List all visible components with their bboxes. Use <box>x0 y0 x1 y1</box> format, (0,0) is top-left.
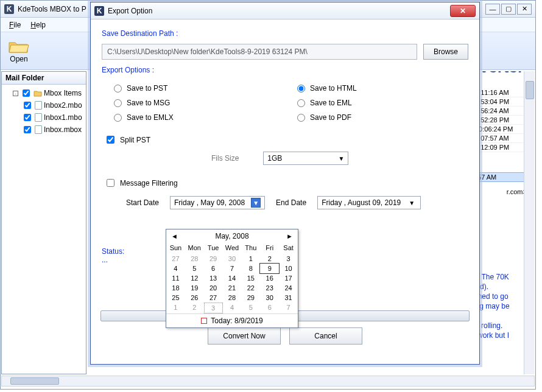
radio-msg[interactable]: Save to MSG <box>114 99 273 107</box>
tree-item-label: Inbox.mbox <box>44 125 82 134</box>
scroll-thumb[interactable] <box>10 377 59 385</box>
calendar-day[interactable]: 24 <box>279 283 298 293</box>
calendar-today-link[interactable]: Today: 8/9/2019 <box>166 313 298 327</box>
calendar-day[interactable]: 30 <box>223 254 242 264</box>
calendar-day[interactable]: 5 <box>241 303 260 313</box>
calendar-day[interactable]: 15 <box>241 273 260 283</box>
mail-row[interactable]: 8:12:09 PM <box>474 143 529 152</box>
horizontal-scrollbar[interactable] <box>1 376 535 387</box>
calendar-day[interactable]: 17 <box>279 273 298 283</box>
calendar-day[interactable]: 30 <box>260 293 279 303</box>
calendar-day[interactable]: 29 <box>241 293 260 303</box>
tree-root[interactable]: - Mbox Items <box>4 87 83 99</box>
calendar-dow: Sun <box>166 243 185 254</box>
radio-pdf[interactable]: Save to PDF <box>297 113 456 122</box>
open-button[interactable]: Open <box>8 39 30 63</box>
destination-path-input[interactable] <box>102 44 417 60</box>
tree-collapse-icon[interactable]: - <box>13 91 18 96</box>
mail-row[interactable]: 7:53:04 PM <box>474 97 529 107</box>
split-pst-input[interactable] <box>107 136 114 144</box>
end-date-picker[interactable]: Friday , August 09, 2019 ▼ <box>317 196 421 209</box>
scroll-thumb[interactable] <box>526 81 534 99</box>
menu-file[interactable]: File <box>5 19 24 30</box>
calendar-day[interactable]: 16 <box>260 273 279 283</box>
calendar-month-label[interactable]: May, 2008 <box>215 232 248 240</box>
cancel-button[interactable]: Cancel <box>289 327 362 345</box>
calendar-day[interactable]: 4 <box>166 264 185 273</box>
calendar-next-month[interactable]: ► <box>286 233 293 240</box>
calendar-day[interactable]: 20 <box>204 283 223 293</box>
main-minimize-button[interactable]: — <box>485 4 500 15</box>
mail-row[interactable]: 2:07:57 AM <box>474 134 529 143</box>
tree-item-checkbox[interactable] <box>24 114 31 121</box>
calendar-day[interactable]: 23 <box>260 283 279 293</box>
calendar-day[interactable]: 1 <box>241 254 260 264</box>
calendar-day[interactable]: 28 <box>223 293 242 303</box>
calendar-day[interactable]: 31 <box>279 293 298 303</box>
dialog-title-bar[interactable]: K Export Option ✕ <box>91 2 479 19</box>
tree-item-checkbox[interactable] <box>24 102 31 109</box>
message-filtering-label: Message Filtering <box>120 179 178 187</box>
calendar-day[interactable]: 1 <box>166 303 185 313</box>
browse-button[interactable]: Browse <box>423 44 468 60</box>
calendar-day[interactable]: 12 <box>185 273 204 283</box>
message-filtering-input[interactable] <box>107 179 114 187</box>
calendar-day[interactable]: 2 <box>185 303 204 313</box>
calendar-prev-month[interactable]: ◄ <box>171 233 178 240</box>
calendar-day[interactable]: 9 <box>260 264 279 273</box>
calendar-day[interactable]: 22 <box>241 283 260 293</box>
radio-eml[interactable]: Save to EML <box>297 99 456 107</box>
calendar-day[interactable]: 19 <box>185 283 204 293</box>
mail-row-selected[interactable]: :57 AM <box>474 172 529 182</box>
menu-help[interactable]: Help <box>27 19 49 30</box>
calendar-popup: ◄ May, 2008 ► SunMonTueWedThuFriSat 2728… <box>166 229 298 328</box>
main-maximize-button[interactable]: ▢ <box>501 4 516 15</box>
calendar-day[interactable]: 4 <box>223 303 242 313</box>
calendar-day[interactable]: 27 <box>204 293 223 303</box>
calendar-day[interactable]: 29 <box>204 254 223 264</box>
calendar-day[interactable]: 18 <box>166 283 185 293</box>
calendar-day[interactable]: 6 <box>204 264 223 273</box>
calendar-day[interactable]: 7 <box>223 264 242 273</box>
calendar-day[interactable]: 28 <box>185 254 204 264</box>
dialog-close-button[interactable]: ✕ <box>450 5 476 17</box>
radio-emlx[interactable]: Save to EMLX <box>114 113 273 122</box>
calendar-day[interactable]: 3 <box>204 303 223 313</box>
calendar-dow-row: SunMonTueWedThuFriSat <box>166 243 298 254</box>
mail-row[interactable]: 5:11:16 AM <box>474 88 529 97</box>
calendar-day[interactable]: 11 <box>166 273 185 283</box>
convert-now-button[interactable]: Convert Now <box>208 327 281 345</box>
mail-row[interactable]: 3:56:24 AM <box>474 107 529 116</box>
radio-html[interactable]: Save to HTML <box>297 84 456 93</box>
calendar-day[interactable]: 8 <box>241 264 260 273</box>
calendar-day[interactable]: 14 <box>223 273 242 283</box>
tree-item[interactable]: Inbox.mbox <box>4 124 83 136</box>
main-close-button[interactable]: ✕ <box>517 4 532 15</box>
calendar-day[interactable]: 6 <box>260 303 279 313</box>
calendar-day[interactable]: 21 <box>223 283 242 293</box>
calendar-day[interactable]: 5 <box>185 264 204 273</box>
split-pst-label: Split PST <box>120 136 150 144</box>
chevron-down-icon[interactable]: ▼ <box>407 198 417 208</box>
vertical-scrollbar[interactable] <box>524 71 535 374</box>
file-size-select[interactable]: 1GB ▼ <box>263 152 348 165</box>
start-date-picker[interactable]: Friday , May 09, 2008 ▼ <box>170 196 265 209</box>
message-filtering-checkbox[interactable]: Message Filtering <box>102 173 468 192</box>
calendar-day[interactable]: 3 <box>279 254 298 264</box>
split-pst-checkbox[interactable]: Split PST <box>102 130 468 149</box>
chevron-down-icon[interactable]: ▼ <box>251 198 261 208</box>
calendar-day[interactable]: 10 <box>279 264 298 273</box>
calendar-day[interactable]: 13 <box>204 273 223 283</box>
calendar-day[interactable]: 7 <box>279 303 298 313</box>
tree-item[interactable]: Inbox1.mbo <box>4 111 83 124</box>
mail-row[interactable]: 10:06:24 PM <box>474 125 529 134</box>
calendar-day[interactable]: 26 <box>185 293 204 303</box>
mail-row[interactable]: 9:52:28 PM <box>474 116 529 125</box>
tree-item-checkbox[interactable] <box>24 126 31 133</box>
calendar-day[interactable]: 25 <box>166 293 185 303</box>
calendar-day[interactable]: 27 <box>166 254 185 264</box>
radio-pst[interactable]: Save to PST <box>114 84 273 93</box>
calendar-day[interactable]: 2 <box>260 254 279 264</box>
tree-item[interactable]: Inbox2.mbo <box>4 99 83 111</box>
tree-root-checkbox[interactable] <box>23 89 30 97</box>
